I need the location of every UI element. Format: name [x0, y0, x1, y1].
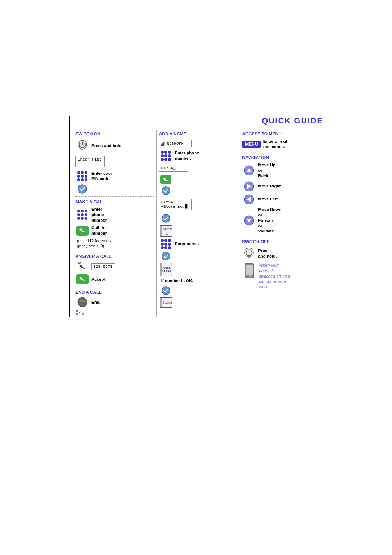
nav-down-arrow-icon — [244, 215, 254, 226]
keypad-icon-4 — [159, 239, 173, 249]
nav-left-arrow-icon — [244, 194, 254, 205]
svg-line-12 — [78, 312, 81, 313]
step-confirm-1 — [75, 184, 154, 194]
divider-4 — [242, 152, 321, 152]
move-left-label: Move Left. — [258, 197, 279, 202]
signal-icon — [161, 141, 166, 146]
confirm-icon-1 — [75, 184, 89, 194]
pin-screen-box: Enter PIN: _ — [75, 156, 105, 167]
keypad-dots-3 — [161, 151, 171, 161]
keypad-icon-3 — [159, 151, 173, 161]
call-number-label: Call thenumber. — [91, 225, 108, 236]
section-add-name: ADD A NAME — [159, 131, 238, 137]
if-number-ok-label: If number is OK. — [159, 278, 193, 284]
step-confirm-5 — [159, 286, 238, 295]
confirm-icon-4 — [159, 251, 173, 261]
address-book-2: Number: 01234_ — [160, 263, 172, 276]
stored-screen-icon: Stored — [159, 297, 173, 308]
step-keypad-name: Enter name. — [159, 239, 238, 249]
power-icon — [75, 139, 89, 153]
store-screen-icon: 01234 ◄Store no.█ — [159, 198, 192, 211]
accept-btn-icon — [75, 274, 89, 284]
page: Quick Guide SWITCH ON — [0, 0, 392, 555]
enter-pin-label: Enter yourPIN code. — [91, 171, 113, 182]
divider-5 — [242, 236, 321, 236]
svg-point-8 — [78, 297, 87, 307]
svg-point-19 — [162, 214, 170, 222]
accept-label: Accept. — [91, 277, 107, 282]
svg-rect-16 — [164, 141, 165, 146]
address-book-1: Name: _ — [160, 225, 172, 237]
name-screen-icon: Name: _ — [159, 225, 173, 237]
svg-rect-3 — [81, 149, 83, 150]
confirm-circle-icon-5 — [161, 286, 171, 295]
power-off-icon-area — [242, 247, 256, 260]
phone-off-icon-area — [242, 263, 257, 281]
step-confirm-4 — [159, 251, 238, 261]
step-if-number-ok: If number is OK. — [159, 278, 238, 284]
end-call-icon — [76, 297, 89, 307]
col-switch-on: SWITCH ON — [73, 130, 157, 317]
confirm-circle-icon-3 — [161, 214, 171, 223]
address-book-3: Stored — [160, 297, 172, 308]
svg-rect-36 — [246, 265, 253, 275]
step-emergency-note: (e.g.: 112 for emer-gency see p. 9) — [75, 238, 154, 249]
svg-line-11 — [78, 311, 81, 313]
svg-point-10 — [76, 313, 78, 315]
green-call-icon — [76, 226, 89, 236]
emergency-note-text: (e.g.: 112 for emer-gency see p. 9) — [75, 238, 111, 249]
nav-right-icon — [242, 181, 256, 192]
section-switch-off: SWITCH OFF — [242, 239, 321, 244]
confirm-icon-3 — [159, 214, 173, 223]
svg-point-20 — [162, 252, 170, 260]
svg-point-21 — [162, 287, 170, 295]
col-menu-nav: ACCESS TO MENU MENU Enter or exitthe men… — [240, 130, 323, 293]
confirm-circle-icon-4 — [161, 251, 171, 261]
step-nav-left: Move Left. — [242, 194, 321, 205]
step-keypad-add: Enter phonenumber. — [159, 150, 238, 161]
section-access-menu: ACCESS TO MENU — [242, 131, 321, 137]
power-icon-area — [75, 139, 89, 153]
step-call-btn: Call thenumber. — [75, 225, 154, 236]
confirm-circle-icon — [77, 184, 87, 194]
end-label: End. — [91, 300, 101, 305]
svg-point-5 — [78, 185, 87, 193]
menu-label-box[interactable]: MENU — [242, 141, 261, 148]
menu-btn-icon: MENU — [242, 141, 261, 148]
number-screen-icon: 01234_ — [159, 163, 188, 173]
number2-screen-icon: Number: 01234_ — [159, 263, 173, 276]
nav-up-icon — [242, 165, 256, 176]
bottom-marker: ỡ — [75, 309, 154, 315]
confirm-circle-icon-2 — [161, 186, 171, 195]
divider-2 — [75, 251, 154, 251]
call-small-icon — [159, 175, 173, 184]
nav-down-icon — [242, 215, 256, 226]
accept-call-icon — [76, 274, 89, 284]
step-name-screen: Name: _ — [159, 225, 238, 237]
section-switch-on: SWITCH ON — [75, 131, 154, 137]
enter-exit-menu-label: Enter or exitthe menus. — [263, 139, 287, 150]
step-pin-screen: Enter PIN: _ — [75, 155, 154, 169]
press-hold-off-label: Pressand hold. — [258, 248, 277, 259]
section-end-call: END A CALL — [75, 290, 154, 295]
keypad-dots-4 — [161, 239, 171, 249]
power-off-icon — [242, 247, 256, 260]
enter-phone-label: Enterphonenumber. — [91, 207, 108, 223]
ringing-phone-icon — [75, 261, 89, 272]
keypad-dots-1 — [77, 171, 87, 181]
store-screen-box: 01234 ◄Store no.█ — [159, 199, 192, 210]
svg-rect-14 — [162, 143, 163, 146]
move-down-label: Move DownorForwardorValidate. — [258, 207, 281, 234]
step-store-screen: 01234 ◄Store no.█ — [159, 198, 238, 211]
svg-rect-4 — [80, 150, 85, 150]
enter-phone-add-label: Enter phonenumber. — [175, 150, 199, 161]
confirm-icon-5 — [159, 286, 173, 295]
number-screen-box: 01234_ — [159, 165, 188, 172]
network-screen-icon: Network — [159, 139, 192, 148]
step-network-screen: Network — [159, 139, 238, 148]
keypad-dots-2 — [77, 210, 87, 220]
press-hold-label: Press and hold. — [91, 143, 123, 149]
step-nav-down: Move DownorForwardorValidate. — [242, 207, 321, 234]
step-nav-up: Move UporBack. — [242, 162, 321, 179]
network-screen-box: Network — [159, 140, 192, 147]
